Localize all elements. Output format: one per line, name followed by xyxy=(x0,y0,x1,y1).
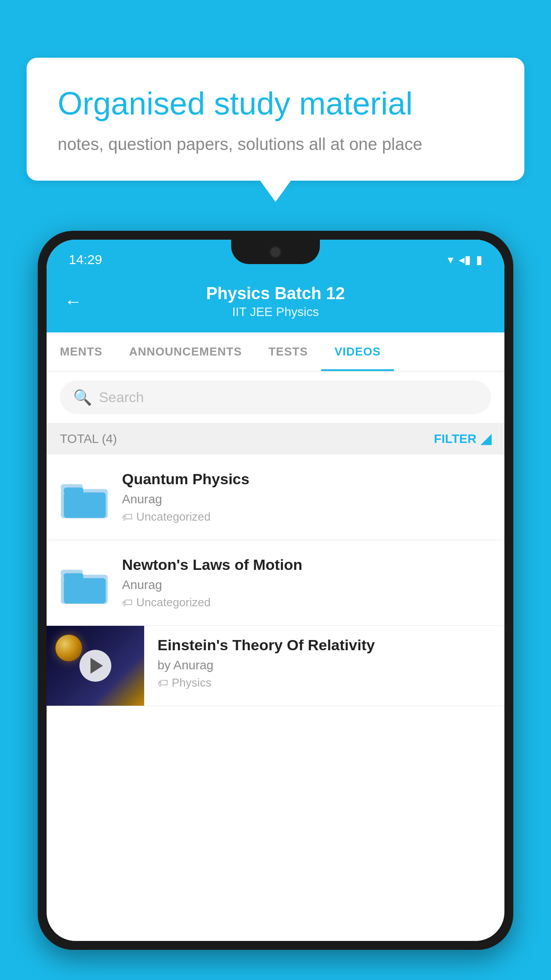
play-overlay xyxy=(47,626,144,706)
back-button[interactable]: ← xyxy=(64,292,82,312)
play-icon xyxy=(91,658,103,674)
svg-rect-3 xyxy=(64,487,83,494)
app-header: ← Physics Batch 12 IIT JEE Physics xyxy=(47,275,504,332)
filter-bar: TOTAL (4) FILTER ◢ xyxy=(47,423,504,454)
tab-videos[interactable]: VIDEOS xyxy=(321,332,394,371)
tab-tests[interactable]: TESTS xyxy=(255,332,321,371)
filter-funnel-icon: ◢ xyxy=(481,431,491,447)
folder-thumbnail xyxy=(60,558,109,607)
video-tag: 🏷 Uncategorized xyxy=(122,510,491,524)
phone-wrapper: 14:29 ▾ ◂▮ ▮ ← Physics Batch 12 IIT JEE … xyxy=(38,231,513,980)
wifi-icon: ▾ xyxy=(448,253,453,267)
tab-ments[interactable]: MENTS xyxy=(47,332,116,371)
status-time: 14:29 xyxy=(69,252,102,267)
video-thumbnail xyxy=(47,626,144,706)
folder-icon xyxy=(60,561,109,605)
list-item[interactable]: Newton's Laws of Motion Anurag 🏷 Uncateg… xyxy=(47,540,504,626)
video-author: Anurag xyxy=(122,492,491,506)
filter-button[interactable]: FILTER ◢ xyxy=(434,431,491,447)
video-list: Quantum Physics Anurag 🏷 Uncategorized xyxy=(47,454,504,706)
tabs-bar: MENTS ANNOUNCEMENTS TESTS VIDEOS xyxy=(47,332,504,371)
tag-icon: 🏷 xyxy=(122,597,133,609)
tag-icon: 🏷 xyxy=(122,511,133,523)
batch-title: Physics Batch 12 xyxy=(64,284,487,303)
hero-title: Organised study material xyxy=(58,84,493,122)
play-button[interactable] xyxy=(79,650,111,682)
filter-label: FILTER xyxy=(434,432,476,446)
search-container: 🔍 Search xyxy=(47,371,504,423)
camera xyxy=(269,246,282,258)
folder-thumbnail xyxy=(60,473,109,522)
speech-bubble: Organised study material notes, question… xyxy=(27,58,524,181)
video-info: Einstein's Theory Of Relativity by Anura… xyxy=(144,626,504,700)
folder-icon xyxy=(60,475,109,519)
video-author: Anurag xyxy=(122,578,491,592)
video-title: Quantum Physics xyxy=(122,470,491,488)
total-count: TOTAL (4) xyxy=(60,432,117,446)
status-icons: ▾ ◂▮ ▮ xyxy=(448,253,482,267)
battery-icon: ▮ xyxy=(476,253,482,267)
tag-text: Uncategorized xyxy=(136,596,211,609)
tab-announcements[interactable]: ANNOUNCEMENTS xyxy=(116,332,255,371)
header-content: Physics Batch 12 IIT JEE Physics xyxy=(64,284,487,319)
search-placeholder: Search xyxy=(99,389,144,406)
video-author: by Anurag xyxy=(157,658,491,672)
batch-tags: IIT JEE Physics xyxy=(64,305,487,319)
tag-text: Physics xyxy=(172,676,212,690)
phone-outer: 14:29 ▾ ◂▮ ▮ ← Physics Batch 12 IIT JEE … xyxy=(38,231,513,950)
video-title: Newton's Laws of Motion xyxy=(122,556,491,573)
tag-text: Uncategorized xyxy=(136,510,211,524)
tag-icon: 🏷 xyxy=(157,677,168,689)
list-item[interactable]: Einstein's Theory Of Relativity by Anura… xyxy=(47,626,504,706)
video-info: Newton's Laws of Motion Anurag 🏷 Uncateg… xyxy=(122,556,491,609)
video-tag: 🏷 Physics xyxy=(157,676,491,690)
list-item[interactable]: Quantum Physics Anurag 🏷 Uncategorized xyxy=(47,454,504,540)
phone-notch xyxy=(231,240,320,264)
hero-section: Organised study material notes, question… xyxy=(27,58,524,181)
video-title: Einstein's Theory Of Relativity xyxy=(157,636,491,654)
hero-subtitle: notes, question papers, solutions all at… xyxy=(58,135,493,154)
svg-rect-7 xyxy=(64,573,83,580)
svg-rect-6 xyxy=(64,578,106,603)
search-icon: 🔍 xyxy=(73,388,92,406)
phone-screen: 14:29 ▾ ◂▮ ▮ ← Physics Batch 12 IIT JEE … xyxy=(47,240,504,941)
search-input-wrap[interactable]: 🔍 Search xyxy=(60,380,491,414)
video-tag: 🏷 Uncategorized xyxy=(122,596,491,609)
signal-icon: ◂▮ xyxy=(459,253,471,267)
svg-rect-2 xyxy=(64,492,106,518)
video-info: Quantum Physics Anurag 🏷 Uncategorized xyxy=(122,470,491,524)
